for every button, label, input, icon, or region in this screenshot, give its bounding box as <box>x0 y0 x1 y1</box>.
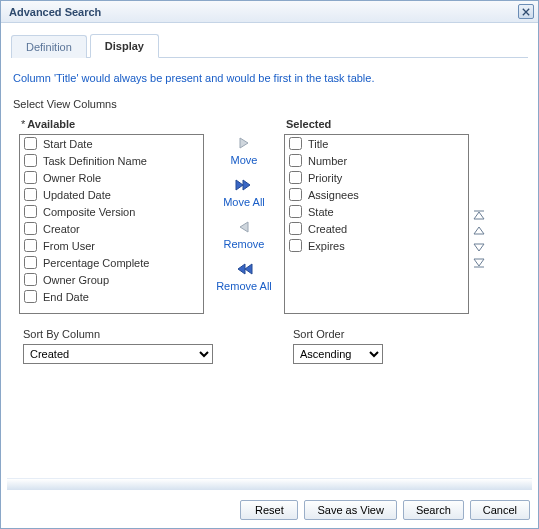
list-item-label: Number <box>308 155 347 167</box>
list-item-checkbox[interactable] <box>289 171 302 184</box>
list-item[interactable]: Priority <box>285 169 468 186</box>
available-header: *Available <box>19 114 204 134</box>
separator-bar <box>7 478 532 490</box>
move-down-button[interactable] <box>472 241 486 253</box>
tab-bar: Definition Display <box>1 23 538 58</box>
list-item-checkbox[interactable] <box>24 205 37 218</box>
list-item[interactable]: End Date <box>20 288 203 305</box>
remove-button[interactable]: Remove <box>224 238 265 250</box>
sort-order-select[interactable]: Ascending <box>293 344 383 364</box>
list-item-checkbox[interactable] <box>24 256 37 269</box>
list-item[interactable]: Composite Version <box>20 203 203 220</box>
list-item-label: Expires <box>308 240 345 252</box>
list-item-label: End Date <box>43 291 89 303</box>
list-item-label: Created <box>308 223 347 235</box>
list-item-checkbox[interactable] <box>24 137 37 150</box>
list-item-label: Start Date <box>43 138 93 150</box>
remove-all-icon[interactable] <box>234 260 254 278</box>
list-item[interactable]: Start Date <box>20 135 203 152</box>
list-item[interactable]: Assignees <box>285 186 468 203</box>
advanced-search-dialog: Advanced Search Definition Display Colum… <box>0 0 539 529</box>
list-item[interactable]: Expires <box>285 237 468 254</box>
mover-column: Move Move All Remove Remove All <box>204 114 284 314</box>
list-item-label: Task Definition Name <box>43 155 147 167</box>
move-up-button[interactable] <box>472 225 486 237</box>
selected-listbox[interactable]: TitleNumberPriorityAssigneesStateCreated… <box>284 134 469 314</box>
list-item[interactable]: Percentage Complete <box>20 254 203 271</box>
sort-by-select[interactable]: Created <box>23 344 213 364</box>
list-item-checkbox[interactable] <box>24 239 37 252</box>
list-item[interactable]: From User <box>20 237 203 254</box>
list-item-checkbox[interactable] <box>24 273 37 286</box>
list-item[interactable]: Task Definition Name <box>20 152 203 169</box>
remove-icon[interactable] <box>236 218 252 236</box>
tab-definition[interactable]: Definition <box>11 35 87 58</box>
list-item[interactable]: Updated Date <box>20 186 203 203</box>
dialog-title: Advanced Search <box>9 6 101 18</box>
list-item-label: Priority <box>308 172 342 184</box>
remove-all-button[interactable]: Remove All <box>216 280 272 292</box>
available-block: *Available Start DateTask Definition Nam… <box>19 114 204 314</box>
list-item-checkbox[interactable] <box>24 154 37 167</box>
move-button[interactable]: Move <box>231 154 258 166</box>
selected-block: Selected TitleNumberPriorityAssigneesSta… <box>284 114 469 314</box>
list-item[interactable]: Owner Role <box>20 169 203 186</box>
save-as-view-button[interactable]: Save as View <box>304 500 396 520</box>
list-item-checkbox[interactable] <box>289 137 302 150</box>
list-item-checkbox[interactable] <box>289 222 302 235</box>
list-item-checkbox[interactable] <box>289 154 302 167</box>
move-icon[interactable] <box>236 134 252 152</box>
list-item-label: Composite Version <box>43 206 135 218</box>
list-item[interactable]: Created <box>285 220 468 237</box>
search-button[interactable]: Search <box>403 500 464 520</box>
cancel-button[interactable]: Cancel <box>470 500 530 520</box>
list-item-checkbox[interactable] <box>24 171 37 184</box>
list-item-label: Updated Date <box>43 189 111 201</box>
list-item[interactable]: Creator <box>20 220 203 237</box>
sort-by-label: Sort By Column <box>23 328 213 344</box>
list-item-checkbox[interactable] <box>289 188 302 201</box>
list-item-label: Owner Group <box>43 274 109 286</box>
list-item[interactable]: Number <box>285 152 468 169</box>
move-all-icon[interactable] <box>234 176 254 194</box>
sort-order-label: Sort Order <box>293 328 383 344</box>
list-item[interactable]: Owner Group <box>20 271 203 288</box>
close-button[interactable] <box>518 4 534 19</box>
list-item[interactable]: State <box>285 203 468 220</box>
list-item-checkbox[interactable] <box>289 205 302 218</box>
list-item-checkbox[interactable] <box>24 188 37 201</box>
move-bottom-button[interactable] <box>472 257 486 269</box>
list-item-label: Title <box>308 138 328 150</box>
reorder-column <box>469 114 489 314</box>
available-listbox[interactable]: Start DateTask Definition NameOwner Role… <box>19 134 204 314</box>
info-text: Column 'Title' would always be present a… <box>1 58 538 92</box>
list-item-label: Assignees <box>308 189 359 201</box>
list-item[interactable]: Title <box>285 135 468 152</box>
selected-header: Selected <box>284 114 469 134</box>
move-top-button[interactable] <box>472 209 486 221</box>
list-item-label: Owner Role <box>43 172 101 184</box>
sort-by-block: Sort By Column Created <box>23 328 213 364</box>
close-icon <box>522 8 530 16</box>
list-item-label: From User <box>43 240 95 252</box>
reset-button[interactable]: Reset <box>240 500 298 520</box>
list-item-checkbox[interactable] <box>24 222 37 235</box>
move-all-button[interactable]: Move All <box>223 196 265 208</box>
sort-order-block: Sort Order Ascending <box>293 328 383 364</box>
titlebar: Advanced Search <box>1 1 538 23</box>
list-item-checkbox[interactable] <box>289 239 302 252</box>
list-item-checkbox[interactable] <box>24 290 37 303</box>
section-label: Select View Columns <box>1 92 538 114</box>
button-row: Reset Save as View Search Cancel <box>1 490 538 528</box>
list-item-label: Percentage Complete <box>43 257 149 269</box>
columns-row: *Available Start DateTask Definition Nam… <box>1 114 538 314</box>
list-item-label: State <box>308 206 334 218</box>
tab-display[interactable]: Display <box>90 34 159 58</box>
list-item-label: Creator <box>43 223 80 235</box>
sort-row: Sort By Column Created Sort Order Ascend… <box>1 314 538 364</box>
